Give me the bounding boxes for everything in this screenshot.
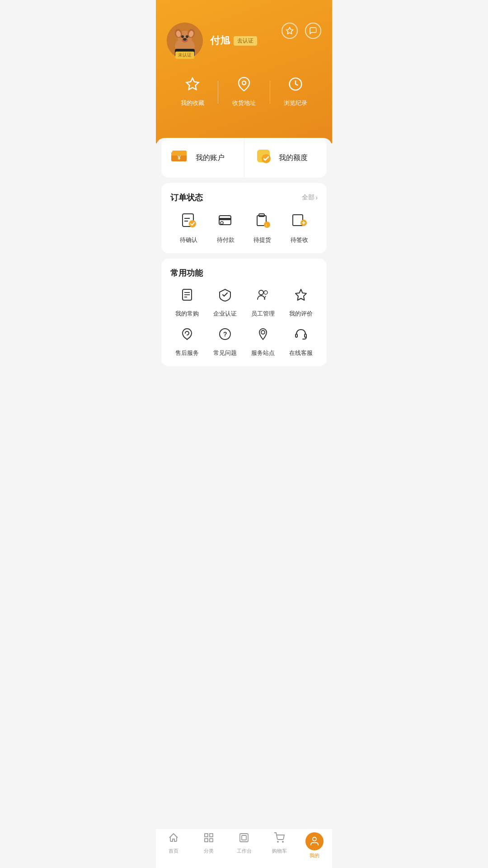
svg-point-41 — [259, 290, 263, 295]
home-icon — [168, 832, 179, 846]
svg-text:!: ! — [266, 223, 267, 227]
shortcut-address-label: 收货地址 — [232, 99, 256, 107]
feature-enterprise[interactable]: 企业认证 — [208, 288, 242, 318]
svg-rect-50 — [210, 834, 213, 837]
shortcut-address[interactable]: 收货地址 — [218, 77, 269, 107]
bottom-nav: 首页 分类 工作台 购物车 — [156, 828, 332, 868]
svg-point-55 — [277, 841, 278, 842]
svg-marker-0 — [286, 28, 293, 34]
features-section: 常用功能 我的常购 — [161, 259, 327, 366]
profile-name-row: 付旭 去认证 — [210, 34, 257, 47]
category-icon — [203, 832, 214, 846]
feature-support[interactable]: 在线客服 — [284, 327, 318, 357]
account-row: ¥ 我的账户 我的额度 — [161, 138, 327, 178]
svg-marker-43 — [296, 289, 306, 300]
svg-point-56 — [282, 841, 283, 842]
order-item-confirm[interactable]: 待确认 — [180, 212, 197, 244]
svg-point-11 — [183, 38, 187, 41]
nav-category[interactable]: 分类 — [191, 832, 226, 859]
order-icons-row: 待确认 待付款 — [170, 212, 318, 244]
nav-cart[interactable]: 购物车 — [262, 832, 297, 859]
avatar-wrap: 未认证 — [167, 23, 203, 59]
svg-rect-49 — [205, 834, 208, 837]
order-item-pickup[interactable]: ! 待提货 — [253, 212, 271, 244]
my-credit-label: 我的额度 — [279, 153, 308, 163]
feature-frequent[interactable]: 我的常购 — [170, 288, 204, 318]
svg-rect-48 — [305, 334, 306, 337]
nav-cart-label: 购物车 — [272, 848, 287, 854]
user-name: 付旭 — [210, 34, 230, 47]
svg-point-9 — [186, 35, 188, 38]
shortcut-favorites-label: 我的收藏 — [181, 99, 204, 107]
my-credit-item[interactable]: 我的额度 — [244, 138, 327, 178]
svg-point-14 — [242, 81, 246, 85]
clock-icon — [288, 77, 303, 94]
support-icon — [294, 327, 308, 344]
order-more-button[interactable]: 全部 › — [302, 193, 318, 202]
svg-point-25 — [189, 220, 196, 227]
svg-rect-53 — [240, 834, 248, 842]
feature-employees[interactable]: 员工管理 — [246, 288, 280, 318]
features-grid: 我的常购 企业认证 — [170, 288, 318, 357]
svg-rect-47 — [296, 334, 297, 337]
enterprise-icon — [218, 288, 232, 305]
order-sign-label: 待签收 — [291, 236, 308, 244]
svg-marker-13 — [186, 78, 198, 90]
svg-rect-51 — [205, 839, 208, 842]
location-icon — [237, 77, 251, 94]
settings-icon[interactable] — [282, 23, 298, 39]
feature-employees-label: 员工管理 — [251, 310, 275, 318]
employees-icon — [256, 288, 270, 305]
my-account-item[interactable]: ¥ 我的账户 — [161, 138, 244, 178]
order-item-sign[interactable]: 待签收 — [291, 212, 308, 244]
svg-point-57 — [313, 837, 316, 841]
svg-text:¥: ¥ — [178, 155, 181, 161]
svg-point-42 — [264, 291, 267, 294]
nav-mine[interactable]: 我的 — [297, 832, 332, 859]
svg-rect-27 — [219, 218, 231, 220]
verify-button[interactable]: 去认证 — [234, 36, 257, 46]
mine-active-icon — [305, 832, 324, 850]
svg-rect-54 — [242, 835, 246, 840]
feature-reviews-label: 我的评价 — [289, 310, 313, 318]
svg-rect-52 — [210, 839, 213, 842]
order-payment-label: 待付款 — [217, 236, 235, 244]
feature-enterprise-label: 企业认证 — [213, 310, 237, 318]
unverified-badge: 未认证 — [175, 52, 194, 59]
features-section-header: 常用功能 — [170, 268, 318, 278]
aftersales-icon — [180, 327, 194, 344]
nav-home-label: 首页 — [169, 848, 178, 854]
shortcut-favorites[interactable]: 我的收藏 — [167, 77, 218, 107]
nav-workbench[interactable]: 工作台 — [226, 832, 262, 859]
shortcuts-row: 我的收藏 收货地址 浏览纪录 — [167, 77, 321, 107]
payment-icon — [217, 212, 234, 231]
shortcut-history[interactable]: 浏览纪录 — [270, 77, 321, 107]
workbench-icon — [239, 832, 249, 846]
header-icons — [282, 23, 321, 39]
nav-home[interactable]: 首页 — [156, 832, 191, 859]
feature-faq[interactable]: ? 常见问题 — [208, 327, 242, 357]
header-section: 未认证 付旭 去认证 我的收藏 — [156, 0, 332, 143]
feature-frequent-label: 我的常购 — [175, 310, 199, 318]
feature-servicepoints[interactable]: 服务站点 — [246, 327, 280, 357]
feature-reviews[interactable]: 我的评价 — [284, 288, 318, 318]
order-pickup-label: 待提货 — [253, 236, 271, 244]
feature-servicepoints-label: 服务站点 — [251, 349, 275, 357]
message-icon[interactable] — [305, 23, 321, 39]
order-confirm-label: 待确认 — [180, 236, 197, 244]
content-area: ¥ 我的账户 我的额度 订单状态 全部 › — [156, 138, 332, 412]
frequent-icon — [180, 288, 194, 305]
svg-point-46 — [261, 330, 265, 334]
nav-mine-label: 我的 — [310, 852, 319, 859]
features-section-title: 常用功能 — [170, 268, 203, 278]
feature-faq-label: 常见问题 — [213, 349, 237, 357]
svg-text:?: ? — [223, 330, 227, 338]
order-status-section: 订单状态 全部 › 待确认 — [161, 183, 327, 253]
svg-point-31 — [264, 222, 270, 228]
feature-aftersales[interactable]: 售后服务 — [170, 327, 204, 357]
nav-workbench-label: 工作台 — [237, 848, 252, 854]
order-item-payment[interactable]: 待付款 — [217, 212, 235, 244]
order-section-title: 订单状态 — [170, 192, 203, 203]
sign-icon — [291, 212, 307, 231]
my-account-label: 我的账户 — [196, 153, 225, 163]
